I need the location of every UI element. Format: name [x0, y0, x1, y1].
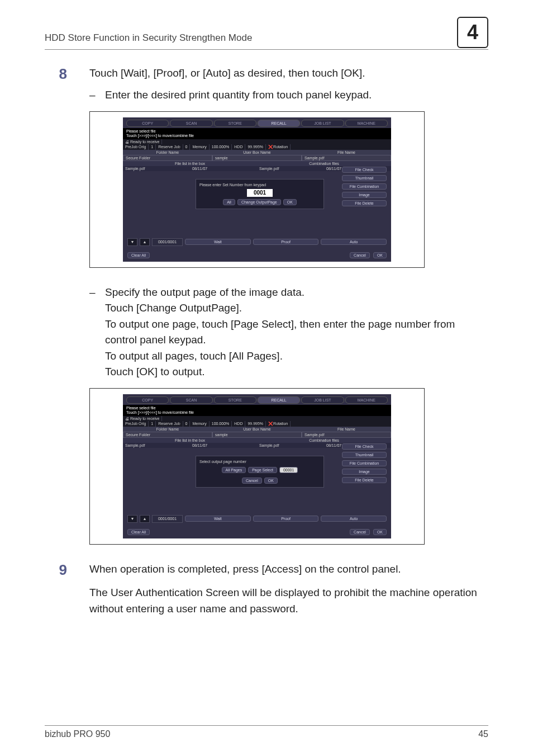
tab-store[interactable]: STORE [214, 120, 256, 127]
cancel-button[interactable]: Cancel [350, 252, 370, 258]
cf-name: Sample.pdf [257, 443, 324, 448]
subhead-right: Combination files [257, 438, 391, 443]
auto-button[interactable]: Auto [321, 239, 387, 245]
subhead-right: Combination files [257, 161, 391, 166]
nav-down-button[interactable]: ▼ [127, 515, 137, 523]
clear-all-button[interactable]: Clear All [127, 252, 150, 258]
side-file-check[interactable]: File Check [342, 443, 387, 450]
list-date: 08/11/07 [190, 166, 257, 171]
cf-name: Sample.pdf [257, 166, 324, 171]
status-reserve-val: 1 [149, 144, 156, 150]
screenshot-output-page: COPY SCAN STORE RECALL JOB LIST MACHINE … [89, 388, 425, 545]
step-9-body: When operation is completed, press [Acce… [89, 561, 488, 578]
side-file-combination[interactable]: File Combination [342, 183, 387, 190]
hdr-folder: Folder Name [123, 150, 212, 155]
dlg2-page-value[interactable]: 00001 [279, 467, 298, 473]
prompt-text: Please select file Touch [>>>]/[<<<] to … [123, 128, 391, 140]
dlg2-all-pages-button[interactable]: All Pages [222, 467, 246, 473]
dlg2-msg: Select output page number [199, 460, 320, 464]
status-rotation: ❌Rotation [266, 421, 291, 427]
list-fname[interactable]: Sample.pdf [123, 443, 190, 448]
tab-machine[interactable]: MACHINE [345, 396, 388, 404]
chapter-number-box: 4 [457, 17, 488, 48]
status-mem-val: 0 [183, 421, 191, 427]
val-file: Sample.pdf [302, 432, 391, 438]
proof-button[interactable]: Proof [253, 516, 319, 522]
tab-scan[interactable]: SCAN [170, 120, 212, 127]
tab-machine[interactable]: MACHINE [345, 120, 388, 127]
dlg1-msg: Please enter Set Number from keypad [199, 183, 320, 187]
dlg1-change-output-button[interactable]: Change OutputPage [237, 199, 281, 205]
ok-button[interactable]: OK [373, 529, 387, 535]
list-date: 08/11/07 [190, 443, 257, 448]
hdr-file: File Name [302, 150, 391, 155]
val-userbox: sample [212, 432, 302, 438]
subhead-left: File list in the box [123, 438, 257, 443]
pager: 0001/0001 [152, 238, 183, 246]
status-hdd-pct: 99.995% [245, 421, 266, 427]
status-rotation: ❌Rotation [266, 144, 291, 150]
nav-up-button[interactable]: ▲ [140, 515, 150, 523]
side-image[interactable]: Image [342, 469, 387, 475]
step-9-para2: The User Authentication Screen will be d… [89, 585, 488, 617]
status-hdd: HDD [232, 421, 245, 427]
status-mem-pct: 100.000% [210, 421, 232, 427]
status-memory: Memory [190, 421, 209, 427]
tab-scan[interactable]: SCAN [170, 396, 212, 404]
status-ready: 🖨 Ready to receive [123, 139, 162, 144]
ok-button[interactable]: OK [373, 252, 387, 258]
status-ready: 🖨 Ready to receive [123, 416, 162, 421]
status-mem-pct: 100.000% [210, 144, 232, 150]
step-number-9: 9 [45, 561, 67, 617]
subhead-left: File list in the box [123, 161, 257, 166]
list-fname[interactable]: Sample.pdf [123, 166, 190, 171]
tab-store[interactable]: STORE [214, 396, 256, 404]
hdr-file: File Name [302, 427, 391, 432]
dlg2-ok-button[interactable]: OK [264, 478, 278, 484]
step-8-bullet-1: Enter the desired print quantity from to… [105, 87, 488, 103]
status-prejob: PreJob Orig [123, 421, 149, 427]
auto-button[interactable]: Auto [321, 516, 387, 522]
proof-button[interactable]: Proof [253, 239, 319, 245]
status-hdd-pct: 99.995% [245, 144, 266, 150]
status-hdd: HDD [232, 144, 245, 150]
dlg1-value[interactable]: 0001 [247, 189, 273, 197]
side-file-check[interactable]: File Check [342, 167, 387, 173]
status-prejob: PreJob Orig [123, 144, 149, 150]
prompt-text: Please select file Touch [>>>]/[<<<] to … [123, 405, 391, 417]
tab-job-list[interactable]: JOB LIST [301, 120, 344, 127]
wait-button[interactable]: Wait [185, 239, 251, 245]
status-mem-val: 0 [183, 144, 191, 150]
dlg1-all-button[interactable]: All [223, 199, 235, 205]
tab-recall[interactable]: RECALL [258, 120, 300, 127]
side-thumbnail[interactable]: Thumbnail [342, 452, 387, 458]
dlg2-page-select-button[interactable]: Page Select [248, 467, 277, 473]
dlg1-ok-button[interactable]: OK [283, 199, 297, 205]
status-reserve: Reserve Job [156, 144, 183, 150]
hdr-userbox: User Box Name [212, 150, 302, 155]
clear-all-button[interactable]: Clear All [127, 529, 150, 535]
side-image[interactable]: Image [342, 192, 387, 198]
screenshot-set-number: COPY SCAN STORE RECALL JOB LIST MACHINE … [89, 111, 425, 268]
val-folder: Secure Folder [123, 432, 212, 438]
side-file-delete[interactable]: File Delete [342, 200, 387, 206]
wait-button[interactable]: Wait [185, 516, 251, 522]
side-thumbnail[interactable]: Thumbnail [342, 175, 387, 181]
tab-copy[interactable]: COPY [126, 396, 169, 404]
hdr-folder: Folder Name [123, 427, 212, 432]
footer-product: bizhub PRO 950 [45, 729, 110, 739]
val-file: Sample.pdf [302, 155, 391, 161]
val-userbox: sample [212, 155, 302, 161]
tab-recall[interactable]: RECALL [258, 396, 300, 404]
dlg2-cancel-button[interactable]: Cancel [242, 478, 262, 484]
step-8-body: Touch [Wait], [Proof], or [Auto] as desi… [89, 65, 488, 83]
tab-job-list[interactable]: JOB LIST [301, 396, 344, 404]
nav-up-button[interactable]: ▲ [140, 238, 150, 246]
nav-down-button[interactable]: ▼ [127, 238, 137, 246]
side-file-combination[interactable]: File Combination [342, 460, 387, 466]
tab-copy[interactable]: COPY [126, 120, 169, 127]
status-reserve-val: 1 [149, 421, 156, 427]
val-folder: Secure Folder [123, 155, 212, 161]
side-file-delete[interactable]: File Delete [342, 477, 387, 483]
cancel-button[interactable]: Cancel [350, 529, 370, 535]
